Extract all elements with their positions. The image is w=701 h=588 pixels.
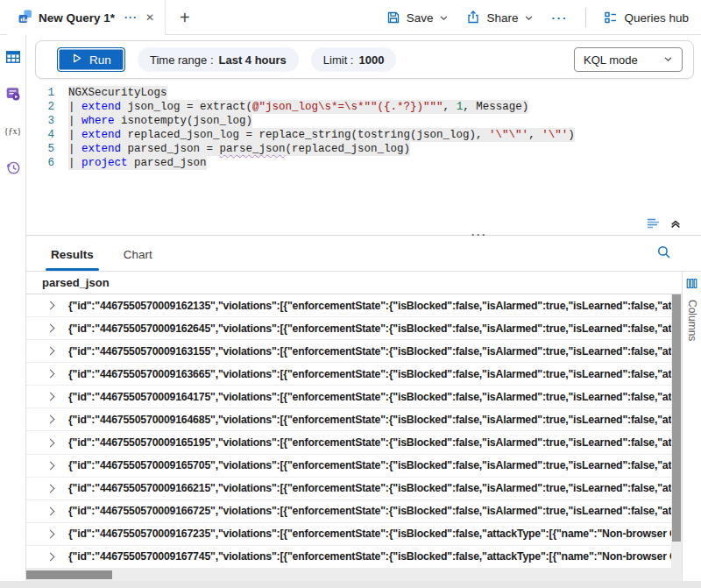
row-expand-icon[interactable]: [46, 415, 55, 424]
panel-resize-handle[interactable]: ···: [471, 229, 487, 241]
more-actions-icon[interactable]: ···: [551, 11, 568, 25]
query-workspace: Run Time range : Last 4 hours Limit : 10…: [26, 35, 701, 588]
table-row[interactable]: {"id":"4467550570009162135","violations"…: [26, 294, 671, 317]
share-label: Share: [486, 11, 518, 25]
table-row[interactable]: {"id":"4467550570009167745","violations"…: [26, 546, 671, 569]
row-json-text: {"id":"4467550570009163665","violations"…: [68, 368, 671, 380]
limit-label: Limit :: [323, 53, 354, 67]
row-json-text: {"id":"4467550570009162645","violations"…: [68, 322, 671, 335]
columns-side-panel[interactable]: Columns: [682, 272, 701, 588]
row-expand-icon[interactable]: [46, 347, 55, 356]
queries-hub-button[interactable]: Queries hub: [604, 11, 689, 25]
editor-lines-icon[interactable]: [647, 217, 661, 230]
query-mode-value: KQL mode: [584, 53, 638, 67]
row-expand-icon[interactable]: [46, 370, 55, 379]
results-tab-strip: Results Chart: [26, 236, 701, 271]
vertical-scrollbar[interactable]: [671, 294, 682, 569]
results-rows: {"id":"4467550570009162135","violations"…: [26, 294, 671, 569]
row-json-text: {"id":"4467550570009164175","violations"…: [68, 391, 671, 403]
left-sidebar: {ƒx}: [0, 35, 26, 588]
row-expand-icon[interactable]: [46, 552, 55, 561]
line-number: 6: [26, 156, 68, 170]
saved-queries-icon[interactable]: [5, 86, 21, 102]
tab-more-icon[interactable]: ···: [124, 11, 138, 24]
table-row[interactable]: {"id":"4467550570009165195","violations"…: [26, 431, 671, 454]
search-icon[interactable]: [656, 244, 671, 263]
time-range-picker[interactable]: Time range : Last 4 hours: [138, 47, 299, 72]
limit-value: 1000: [358, 53, 384, 67]
editor-footer-area: ···: [26, 170, 701, 235]
line-number: 2: [26, 100, 68, 114]
editor-line: 6| project parsed_json: [26, 156, 701, 170]
code-text: | where isnotempty(json_log): [68, 114, 252, 128]
table-row[interactable]: {"id":"4467550570009162645","violations"…: [26, 317, 671, 340]
save-chevron-icon: [439, 13, 449, 23]
run-label: Run: [89, 53, 111, 67]
results-grid-area: parsed_json {"id":"4467550570009162135",…: [26, 271, 701, 588]
tab-actions: Save Share ···: [386, 0, 701, 35]
editor-line: 1NGXSecurityLogs: [26, 86, 701, 100]
editor-line: 3| where isnotempty(json_log): [26, 114, 701, 128]
row-json-text: {"id":"4467550570009164685","violations"…: [68, 414, 671, 426]
save-label: Save: [407, 11, 434, 25]
line-number: 4: [26, 128, 68, 142]
functions-icon[interactable]: {ƒx}: [5, 123, 21, 138]
table-row[interactable]: {"id":"4467550570009164685","violations"…: [26, 408, 671, 431]
row-expand-icon[interactable]: [46, 301, 55, 310]
line-number: 1: [26, 86, 68, 100]
row-json-text: {"id":"4467550570009167745","violations"…: [68, 550, 671, 563]
share-button[interactable]: Share: [466, 11, 534, 25]
column-header-parsed-json[interactable]: parsed_json: [26, 272, 682, 294]
results-panel: Results Chart parsed_json {"id":"4467550…: [26, 235, 701, 588]
line-number: 5: [26, 142, 68, 156]
row-json-text: {"id":"4467550570009165195","violations"…: [68, 436, 671, 449]
tab-chart[interactable]: Chart: [122, 239, 154, 271]
line-number: 3: [26, 114, 68, 128]
table-explorer-icon[interactable]: [5, 49, 21, 65]
queries-hub-icon: [604, 11, 618, 25]
query-tab[interactable]: New Query 1* ··· ✕: [7, 0, 166, 35]
time-range-label: Time range :: [150, 53, 214, 67]
share-icon: [466, 11, 480, 25]
query-history-icon[interactable]: [5, 159, 21, 175]
table-row[interactable]: {"id":"4467550570009164175","violations"…: [26, 386, 671, 408]
row-expand-icon[interactable]: [46, 438, 55, 447]
save-icon: [386, 11, 400, 25]
row-expand-icon[interactable]: [46, 461, 55, 470]
table-row[interactable]: {"id":"4467550570009163665","violations"…: [26, 363, 671, 386]
row-expand-icon[interactable]: [46, 484, 55, 492]
table-row[interactable]: {"id":"4467550570009166215","violations"…: [26, 478, 671, 500]
row-json-text: {"id":"4467550570009166725","violations"…: [68, 505, 671, 517]
code-text: | extend parsed_json = parse_json(replac…: [68, 142, 410, 156]
row-json-text: {"id":"4467550570009166215","violations"…: [68, 482, 671, 494]
tab-close-icon[interactable]: ✕: [145, 11, 154, 24]
save-button[interactable]: Save: [386, 11, 450, 25]
table-row[interactable]: {"id":"4467550570009165705","violations"…: [26, 455, 671, 478]
table-row[interactable]: {"id":"4467550570009166725","violations"…: [26, 500, 671, 523]
share-chevron-icon: [524, 13, 534, 23]
row-expand-icon[interactable]: [46, 324, 55, 333]
row-expand-icon[interactable]: [46, 393, 55, 401]
table-row[interactable]: {"id":"4467550570009167235","violations"…: [26, 523, 671, 546]
play-icon: [71, 53, 82, 67]
app-icon: [18, 9, 32, 27]
horizontal-scrollbar-thumb[interactable]: [26, 570, 112, 579]
collapse-editor-icon[interactable]: [669, 217, 682, 230]
run-button[interactable]: Run: [57, 47, 125, 72]
query-mode-select[interactable]: KQL mode: [574, 47, 683, 72]
row-json-text: {"id":"4467550570009163155","violations"…: [68, 345, 671, 358]
vertical-scrollbar-thumb[interactable]: [672, 294, 681, 542]
query-toolbar: Run Time range : Last 4 hours Limit : 10…: [35, 40, 694, 79]
row-json-text: {"id":"4467550570009167235","violations"…: [68, 528, 671, 540]
query-editor[interactable]: 1NGXSecurityLogs2| extend json_log = ext…: [26, 86, 701, 170]
code-text: | extend replaced_json_log = replace_str…: [68, 128, 575, 142]
tab-results[interactable]: Results: [49, 239, 96, 271]
horizontal-scrollbar[interactable]: [26, 569, 682, 581]
limit-picker[interactable]: Limit : 1000: [311, 47, 397, 72]
table-row[interactable]: {"id":"4467550570009163155","violations"…: [26, 340, 671, 363]
row-expand-icon[interactable]: [46, 529, 55, 538]
new-tab-button[interactable]: +: [166, 0, 204, 35]
row-json-text: {"id":"4467550570009162135","violations"…: [68, 300, 671, 312]
row-expand-icon[interactable]: [46, 507, 55, 515]
code-text: | extend json_log = extract(@"json_log\s…: [68, 100, 528, 114]
